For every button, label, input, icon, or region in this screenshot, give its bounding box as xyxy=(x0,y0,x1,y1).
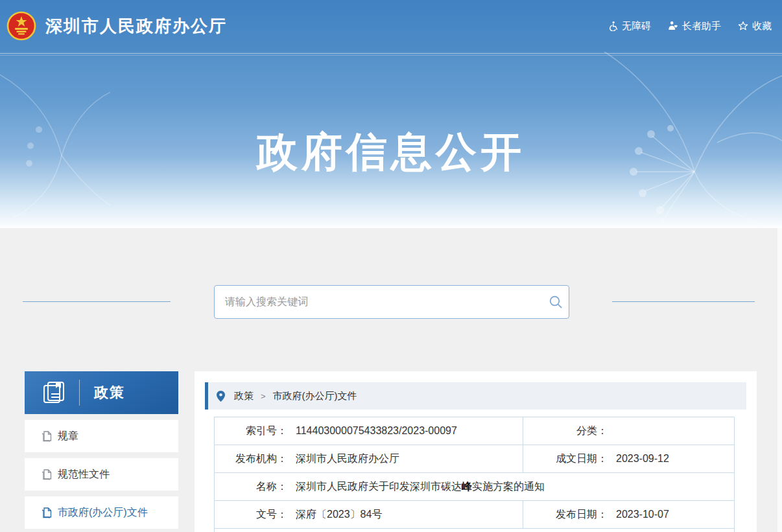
name-text: 实施方案的通知 xyxy=(472,481,545,492)
field-value: 2023-10-07 xyxy=(616,509,669,520)
field-label: 发布日期： xyxy=(523,508,608,522)
sidebar-item-label: 市政府(办公厅)文件 xyxy=(58,506,148,520)
search-icon xyxy=(549,295,563,309)
page-title: 政府信息公开 xyxy=(0,124,782,180)
table-row: 文号： 深府〔2023〕84号 发布日期： 2023-10-07 xyxy=(214,501,735,529)
field-label: 成文日期： xyxy=(523,452,608,466)
sidebar: 政策 规章 规范性文件 xyxy=(25,371,178,529)
banner: 政府信息公开 xyxy=(0,52,782,228)
issuing-agency-cell: 发布机构： 深圳市人民政府办公厅 xyxy=(215,445,523,472)
accessibility-icon xyxy=(608,21,618,31)
table-row: 名称： 深圳市人民政府关于印发深圳市碳达峰实施方案的通知 xyxy=(214,473,735,501)
field-label: 文号： xyxy=(215,508,287,522)
sidebar-item-normative-documents[interactable]: 规范性文件 xyxy=(25,458,178,491)
document-name-cell: 名称： 深圳市人民政府关于印发深圳市碳达峰实施方案的通知 xyxy=(215,473,734,500)
table-row: 索引号： 114403000075433823/2023-00097 分类： xyxy=(214,417,735,445)
sidebar-item-regulations[interactable]: 规章 xyxy=(25,420,178,452)
document-icon xyxy=(41,507,52,518)
site-brand[interactable]: 深圳市人民政府办公厅 xyxy=(6,0,227,52)
site-title: 深圳市人民政府办公厅 xyxy=(45,15,227,38)
field-value: 2023-09-12 xyxy=(616,453,669,465)
search-box xyxy=(214,285,569,319)
decorative-line xyxy=(23,301,171,302)
sidebar-header: 政策 xyxy=(25,371,178,414)
field-value: 深圳市人民政府办公厅 xyxy=(296,452,399,466)
decorative-line xyxy=(612,301,755,302)
divider xyxy=(79,380,80,406)
content-panel: 政策 > 市政府(办公厅)文件 索引号： 114403000075433823/… xyxy=(195,371,757,532)
sidebar-header-label: 政策 xyxy=(94,383,125,402)
breadcrumb-root[interactable]: 政策 xyxy=(234,390,254,402)
document-icon xyxy=(41,431,52,442)
location-pin-icon xyxy=(217,391,225,402)
document-number-cell: 文号： 深府〔2023〕84号 xyxy=(215,501,523,528)
breadcrumb-separator: > xyxy=(261,391,266,401)
table-row: 发布机构： 深圳市人民政府办公厅 成文日期： 2023-09-12 xyxy=(214,445,735,473)
accessibility-link[interactable]: 无障碍 xyxy=(608,20,651,32)
field-label: 分类： xyxy=(523,424,608,438)
favorite-link[interactable]: 收藏 xyxy=(738,20,772,32)
document-info-table: 索引号： 114403000075433823/2023-00097 分类： 发… xyxy=(214,417,735,532)
field-value: 114403000075433823/2023-00097 xyxy=(296,425,457,437)
field-label: 名称： xyxy=(215,480,287,494)
field-value: 深圳市人民政府关于印发深圳市碳达峰实施方案的通知 xyxy=(296,480,545,494)
star-icon xyxy=(738,21,748,31)
national-emblem-icon xyxy=(6,11,36,41)
publish-date-cell: 发布日期： 2023-10-07 xyxy=(523,501,734,528)
sidebar-item-label: 规章 xyxy=(58,430,78,443)
category-cell: 分类： xyxy=(523,417,734,445)
elderly-assist-icon xyxy=(668,21,678,31)
page-gutter xyxy=(777,228,782,532)
accent-bar xyxy=(205,382,208,410)
policy-book-icon xyxy=(41,380,66,405)
field-label: 发布机构： xyxy=(215,452,287,466)
elderly-assist-label: 长者助手 xyxy=(682,20,721,32)
name-highlight: 峰 xyxy=(462,481,472,492)
document-icon xyxy=(41,469,52,480)
content-section: 政策 规章 规范性文件 xyxy=(0,228,782,532)
top-links: 无障碍 长者助手 收藏 xyxy=(608,0,772,52)
favorite-label: 收藏 xyxy=(752,20,772,32)
index-number-cell: 索引号： 114403000075433823/2023-00097 xyxy=(215,417,523,445)
issue-date-cell: 成文日期： 2023-09-12 xyxy=(523,445,734,472)
name-text: 深圳市人民政府关于印发深圳市碳达 xyxy=(296,481,462,492)
sidebar-item-municipal-documents[interactable]: 市政府(办公厅)文件 xyxy=(25,496,178,529)
page: 深圳市人民政府办公厅 无障碍 长者助手 xyxy=(0,0,782,532)
sidebar-item-label: 规范性文件 xyxy=(58,468,110,481)
field-label: 索引号： xyxy=(215,424,287,438)
elderly-assist-link[interactable]: 长者助手 xyxy=(668,20,721,32)
field-value: 深府〔2023〕84号 xyxy=(296,508,382,522)
accessibility-label: 无障碍 xyxy=(622,20,651,32)
search-button[interactable] xyxy=(543,286,569,318)
breadcrumb: 政策 > 市政府(办公厅)文件 xyxy=(205,382,746,410)
search-input[interactable] xyxy=(215,296,543,308)
table-row xyxy=(214,529,735,532)
breadcrumb-current: 市政府(办公厅)文件 xyxy=(273,390,357,402)
top-bar: 深圳市人民政府办公厅 无障碍 长者助手 xyxy=(0,0,782,52)
